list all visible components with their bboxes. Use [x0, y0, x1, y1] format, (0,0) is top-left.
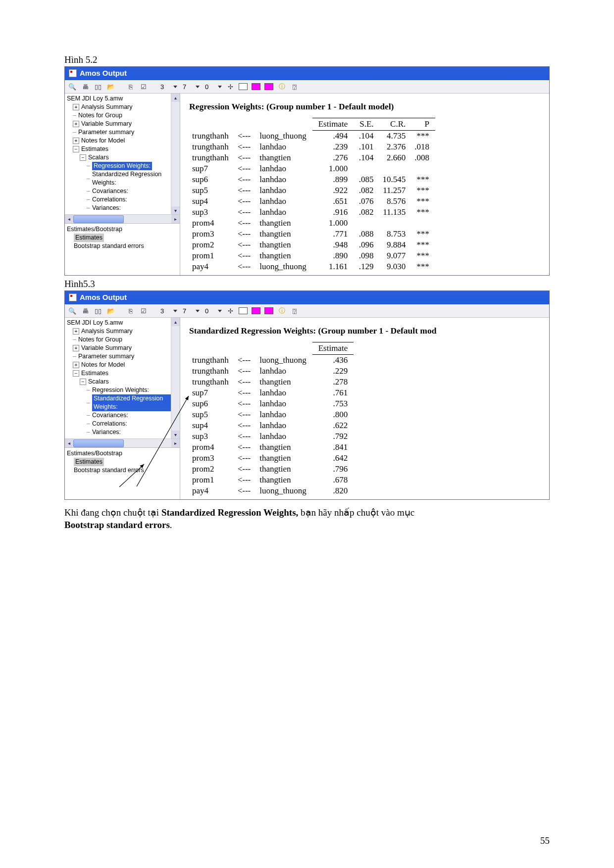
dropdown-icon[interactable]: [196, 310, 200, 312]
tree-item-correlations[interactable]: –Correlations:: [67, 420, 180, 428]
scrollbar-vertical[interactable]: ▴ ▾: [171, 318, 180, 439]
color-swatch-magenta[interactable]: [252, 307, 260, 314]
left-pane: SEM JDI Loy 5.amw +Analysis Summary –Not…: [65, 94, 180, 275]
print-icon[interactable]: 🖶: [81, 306, 90, 315]
book-icon[interactable]: ▯▯: [94, 82, 102, 91]
scroll-down-icon[interactable]: ▾: [171, 206, 180, 215]
tree-item[interactable]: +Notes for Model: [67, 137, 180, 145]
table-cell: 1.161: [312, 261, 354, 272]
tree-file[interactable]: SEM JDI Loy 5.amw: [67, 95, 180, 103]
dropdown-icon[interactable]: [218, 86, 222, 88]
scroll-down-icon[interactable]: ▾: [171, 431, 180, 439]
scrollbar-horizontal[interactable]: ◂ ▸: [65, 438, 180, 447]
tree-item-std-regression-weights[interactable]: –Standardized Regression Weights:: [67, 394, 180, 411]
output-pane: Standardized Regression Weights: (Group …: [180, 318, 549, 499]
preview-icon[interactable]: 🔍: [68, 82, 77, 91]
check-icon[interactable]: ☑: [139, 306, 148, 315]
scroll-up-icon[interactable]: ▴: [171, 94, 180, 102]
table-cell: thangtien: [256, 442, 312, 453]
tree-item-std-regression-weights[interactable]: –Standardized Regression Weights:: [67, 170, 180, 187]
toolbar-num-c[interactable]: 0: [204, 307, 214, 315]
dropdown-icon[interactable]: [173, 310, 177, 312]
table-row: pay4<---luong_thuong.820: [189, 485, 354, 496]
table-cell: .082: [354, 185, 379, 196]
check-icon[interactable]: ☑: [139, 82, 148, 91]
tree-file[interactable]: SEM JDI Loy 5.amw: [67, 319, 180, 327]
tree-item[interactable]: –Parameter summary: [67, 352, 180, 361]
bootstrap-item-estimates[interactable]: Estimates: [67, 458, 178, 466]
scroll-right-icon[interactable]: ▸: [171, 215, 180, 223]
info-icon[interactable]: ⓘ: [277, 306, 286, 315]
table-cell: .076: [354, 196, 379, 207]
toolbar-num-c[interactable]: 0: [204, 83, 214, 91]
tree-item-scalars[interactable]: −Scalars: [67, 378, 180, 386]
toolbar-num-a[interactable]: 3: [159, 307, 169, 315]
copy-icon[interactable]: ⎘: [126, 82, 135, 91]
color-swatch-magenta[interactable]: [264, 83, 273, 90]
tree-item[interactable]: +Notes for Model: [67, 361, 180, 369]
scrollbar-vertical[interactable]: ▴ ▾: [171, 94, 180, 215]
table-row: sup6<---lanhdao.899.08510.545***: [189, 174, 435, 185]
dropdown-icon[interactable]: [218, 310, 222, 312]
scroll-right-icon[interactable]: ▸: [171, 439, 180, 447]
tree-item-variances[interactable]: –Variances:: [67, 204, 180, 210]
tree-item[interactable]: +Variable Summary: [67, 120, 180, 128]
table-cell: ***: [411, 240, 435, 250]
book-icon[interactable]: ▯▯: [94, 306, 102, 315]
table-cell: .239: [312, 142, 354, 152]
table-header: [235, 342, 257, 355]
scroll-up-icon[interactable]: ▴: [171, 318, 180, 326]
print-icon[interactable]: 🖶: [81, 82, 90, 91]
dropdown-icon[interactable]: [196, 86, 200, 88]
tree-item-covariances[interactable]: –Covariances:: [67, 411, 180, 420]
bootstrap-item-errors[interactable]: Bootstrap standard errors: [67, 242, 178, 250]
open-icon[interactable]: 📂: [106, 306, 115, 315]
tree-item[interactable]: –Notes for Group: [67, 111, 180, 120]
table-cell: .229: [312, 366, 354, 377]
scroll-left-icon[interactable]: ◂: [65, 215, 73, 223]
output-title: Standardized Regression Weights: (Group …: [189, 326, 544, 336]
table-cell: .753: [312, 398, 354, 409]
tree-item-estimates[interactable]: −Estimates: [67, 369, 180, 378]
table-cell: prom4: [189, 218, 235, 229]
info-icon[interactable]: ⓘ: [277, 82, 286, 91]
tree-item-covariances[interactable]: –Covariances:: [67, 187, 180, 195]
tree-item[interactable]: +Analysis Summary: [67, 103, 180, 111]
table-row: trungthanh<---lanhdao.239.1012.376.018: [189, 142, 435, 152]
color-swatch-magenta[interactable]: [264, 307, 273, 314]
tree-item-scalars[interactable]: −Scalars: [67, 153, 180, 162]
open-icon[interactable]: 📂: [106, 82, 115, 91]
nav-tree[interactable]: SEM JDI Loy 5.amw +Analysis Summary –Not…: [65, 94, 180, 210]
color-swatch-magenta[interactable]: [252, 83, 260, 90]
table-cell: trungthanh: [189, 366, 235, 377]
bootstrap-item-estimates[interactable]: Estimates: [67, 234, 178, 242]
tree-item[interactable]: +Analysis Summary: [67, 327, 180, 336]
nav-tree[interactable]: SEM JDI Loy 5.amw +Analysis Summary –Not…: [65, 318, 180, 434]
crosshair-icon[interactable]: ✢: [226, 82, 235, 91]
tree-item-variances[interactable]: –Variances:: [67, 428, 180, 434]
toolbar-num-b[interactable]: 7: [181, 307, 192, 315]
dropdown-icon[interactable]: [173, 86, 177, 88]
scrollbar-horizontal[interactable]: ◂ ▸: [65, 214, 180, 223]
crosshair-icon[interactable]: ✢: [226, 306, 235, 315]
bootstrap-item-errors[interactable]: Bootstrap standard errors: [67, 466, 178, 475]
tree-item-regression-weights[interactable]: –Regression Weights:: [67, 162, 180, 170]
preview-icon[interactable]: 🔍: [68, 306, 77, 315]
tree-item[interactable]: –Notes for Group: [67, 336, 180, 344]
tree-item[interactable]: –Parameter summary: [67, 128, 180, 137]
color-swatch-grey[interactable]: [239, 307, 248, 314]
scroll-left-icon[interactable]: ◂: [65, 439, 73, 447]
tree-item-regression-weights[interactable]: –Regression Weights:: [67, 386, 180, 394]
color-swatch-grey[interactable]: [239, 83, 248, 90]
toolbar-num-b[interactable]: 7: [181, 83, 192, 91]
toolbar-num-a[interactable]: 3: [159, 83, 169, 91]
copy-icon[interactable]: ⎘: [126, 306, 135, 315]
tree-item-correlations[interactable]: –Correlations:: [67, 195, 180, 204]
help-icon[interactable]: ⍰: [290, 82, 299, 91]
help-icon[interactable]: ⍰: [290, 306, 299, 315]
scroll-thumb[interactable]: [73, 215, 124, 223]
scroll-thumb[interactable]: [73, 439, 124, 447]
tree-item-estimates[interactable]: −Estimates: [67, 145, 180, 153]
table-cell: lanhdao: [256, 196, 312, 207]
tree-item[interactable]: +Variable Summary: [67, 344, 180, 352]
